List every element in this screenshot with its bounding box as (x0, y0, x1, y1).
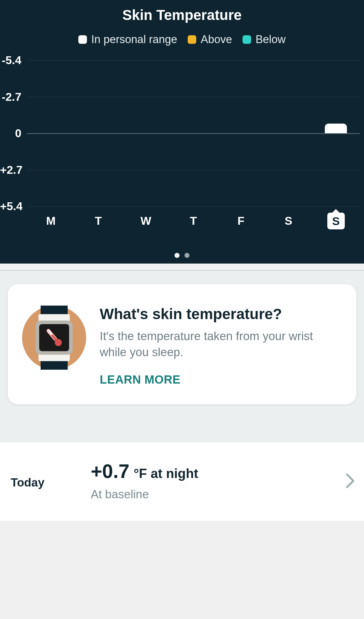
bar-column[interactable] (312, 60, 360, 206)
legend-label-above: Above (201, 33, 232, 46)
y-axis-label: -5.4 (0, 54, 25, 67)
chart-legend: In personal range Above Below (0, 33, 364, 46)
bar-column[interactable] (122, 60, 170, 206)
x-axis-cell[interactable]: T (74, 213, 122, 229)
chart-plot-area[interactable]: +5.4+2.70-2.7-5.4 (0, 60, 364, 206)
pager-dot[interactable] (184, 253, 189, 258)
x-axis-label: S (285, 214, 292, 228)
bar-column[interactable] (170, 60, 217, 206)
x-axis-cell[interactable]: W (122, 213, 170, 229)
learn-more-link[interactable]: LEARN MORE (100, 373, 342, 386)
x-axis-label-selected: S (327, 213, 345, 229)
chart-xaxis: MTWTFSS (27, 213, 360, 229)
today-row[interactable]: Today +0.7 °F at night At baseline (0, 442, 364, 521)
x-axis-label: M (46, 214, 56, 228)
today-unit: °F at night (134, 466, 198, 481)
bar-column[interactable] (74, 60, 122, 206)
legend-label-below: Below (255, 33, 285, 46)
y-axis-label: -2.7 (0, 90, 25, 103)
bar-column[interactable] (217, 60, 265, 206)
bar-column[interactable] (27, 60, 74, 206)
x-axis-cell[interactable]: F (217, 213, 265, 229)
gridline (27, 206, 360, 207)
chevron-right-icon (345, 473, 355, 490)
legend-label-in-range: In personal range (91, 33, 177, 46)
y-axis-label: 0 (0, 127, 25, 140)
today-subtext: At baseline (91, 488, 353, 501)
info-section: What's skin temperature? It's the temper… (0, 271, 364, 442)
info-card-title: What's skin temperature? (100, 306, 342, 323)
chart-panel: Skin Temperature In personal range Above… (0, 0, 364, 264)
legend-swatch-in-range (78, 35, 87, 44)
legend-item-above: Above (188, 33, 232, 46)
skin-temp-watch-icon (22, 306, 86, 370)
x-axis-cell[interactable]: S (312, 213, 360, 229)
y-axis-label: +5.4 (0, 200, 25, 213)
x-axis-cell[interactable]: T (170, 213, 217, 229)
x-axis-label: T (95, 214, 102, 228)
today-value: +0.7 (91, 460, 130, 483)
info-card-description: It's the temperature taken from your wri… (100, 328, 342, 360)
x-axis-label: T (190, 214, 197, 228)
chart-title: Skin Temperature (0, 7, 364, 23)
x-axis-label: W (140, 214, 151, 228)
legend-item-below: Below (243, 33, 285, 46)
x-axis-cell[interactable]: S (265, 213, 312, 229)
bar (325, 124, 347, 133)
legend-swatch-above (188, 35, 196, 44)
y-axis-label: +2.7 (0, 163, 25, 176)
today-label: Today (11, 476, 45, 489)
bar-column[interactable] (265, 60, 312, 206)
x-axis-label: F (238, 214, 245, 228)
legend-item-in-range: In personal range (78, 33, 177, 46)
pager[interactable] (0, 253, 364, 258)
legend-swatch-below (243, 35, 251, 44)
x-axis-cell[interactable]: M (27, 213, 74, 229)
info-card: What's skin temperature? It's the temper… (8, 284, 356, 404)
pager-dot[interactable] (175, 253, 180, 258)
